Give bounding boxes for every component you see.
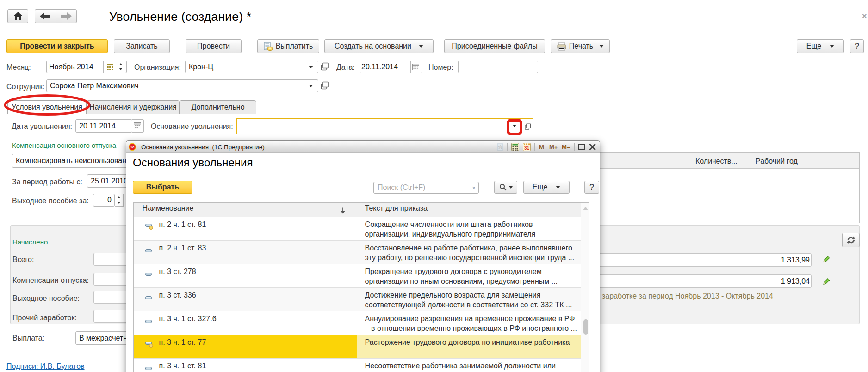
svg-text:1с: 1с — [130, 145, 135, 149]
svg-text:31: 31 — [524, 146, 530, 151]
